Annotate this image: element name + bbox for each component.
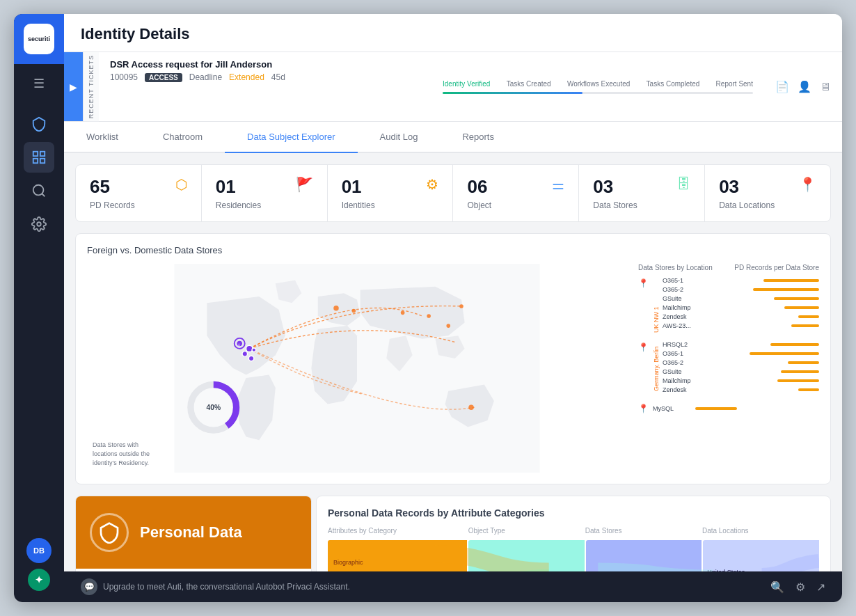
ticket-panel: ▶ RECENT TICKETS DSR Access request for … [64, 52, 842, 122]
stat-data-stores-icon: 🗄 [676, 176, 690, 192]
svg-point-15 [352, 309, 356, 313]
svg-point-17 [427, 314, 431, 318]
svg-rect-2 [33, 159, 38, 163]
bottom-section: Personal Data PD Records by Attribute Ca… [75, 496, 831, 571]
svg-rect-1 [40, 152, 45, 156]
sidebar-nav [24, 109, 54, 538]
stat-data-locations-number: 03 [719, 176, 739, 198]
germany-stores: Germany, Berlin HRSQL2 O365-1 O365-2 GSu… [653, 341, 819, 395]
tab-worklist[interactable]: Worklist [64, 122, 141, 153]
tab-chatroom[interactable]: Chatroom [141, 122, 225, 153]
ds-row: Zendesk [663, 386, 819, 393]
ds-row: Zendesk [663, 313, 819, 320]
svg-point-14 [333, 306, 339, 311]
stat-data-locations-icon: 📍 [799, 176, 816, 193]
stats-bar: 65 ⬡ PD Records 01 🚩 Residencies 01 ⚙ [75, 164, 831, 222]
svg-point-10 [248, 356, 254, 361]
pd-icon [90, 513, 129, 552]
germany-label: Germany, Berlin [653, 341, 660, 391]
svg-rect-3 [40, 159, 45, 163]
ticket-id: 100095 [110, 72, 138, 82]
pin-icon-uknw1: 📍 [638, 278, 649, 288]
screen-icon[interactable]: 🖥 [820, 81, 831, 93]
ticket-type-badge: ACCESS [145, 73, 182, 82]
sidebar-icon-dashboard[interactable] [24, 142, 54, 173]
sidebar-icon-search[interactable] [24, 175, 54, 206]
tab-data-subject-explorer[interactable]: Data Subject Explorer [225, 122, 357, 153]
progress-bar [443, 92, 753, 94]
uknw1-rows: O365-1 O365-2 GSuite Mailchimp Zendesk A… [663, 277, 819, 329]
bottom-action-icons: 🔍 ⚙ ↗ [770, 581, 825, 594]
stat-object-label: Object [467, 200, 564, 210]
documents-block: Documents [468, 540, 585, 571]
stat-data-stores: 03 🗄 Data Stores [579, 165, 705, 221]
svg-point-8 [242, 352, 248, 357]
user-avatar[interactable]: DB [26, 538, 51, 563]
col-header-object: Object Type [468, 527, 585, 535]
ticket-info: DSR Access request for Jill Anderson 100… [99, 52, 431, 121]
world-map: ⌂ [87, 264, 627, 473]
filter-bottom-icon[interactable]: ⚙ [795, 581, 805, 594]
map-content: ⌂ [87, 264, 819, 473]
menu-button[interactable]: ☰ [14, 67, 64, 100]
stat-identities-icon: ⚙ [426, 176, 438, 193]
location-group-germany: 📍 Germany, Berlin HRSQL2 O365-1 O365-2 G… [638, 341, 819, 395]
page-header: Identity Details [64, 14, 842, 52]
ticket-collapse-button[interactable]: ▶ [64, 52, 83, 121]
mysql-label: MySQL [653, 405, 691, 412]
stat-residencies-number: 01 [216, 176, 236, 198]
stat-identities-number: 01 [342, 176, 362, 198]
sidebar-icon-shield[interactable] [24, 109, 54, 139]
ds-row: O365-1 [663, 350, 819, 357]
person-icon[interactable]: 👤 [798, 80, 811, 93]
tab-audit-log[interactable]: Audit Log [358, 122, 441, 153]
ds-row: O365-2 [663, 359, 819, 366]
step-tasks-completed: Tasks Completed [647, 80, 700, 88]
step-identity-verified: Identity Verified [443, 80, 490, 88]
attr-col: Biographic Demographic Financial [328, 540, 467, 571]
svg-point-19 [459, 304, 463, 308]
deadline-label: Deadline [189, 72, 222, 82]
stat-pd-records-label: PD Records [90, 200, 187, 210]
ds-row: O365-1 [663, 277, 819, 284]
ds-row: Mailchimp [663, 304, 819, 311]
pdr-title: Personal Data Records by Attribute Categ… [328, 507, 819, 519]
sankey-chart: Biographic Demographic Financial [328, 540, 819, 571]
document-icon[interactable]: 📄 [775, 80, 789, 93]
stat-object-number: 06 [467, 176, 487, 198]
notifications-icon[interactable]: ✦ [28, 569, 50, 591]
share-bottom-icon[interactable]: ↗ [816, 581, 825, 594]
ticket-action-icons: 📄 👤 🖥 [764, 52, 842, 121]
stat-identities: 01 ⚙ Identities [328, 165, 454, 221]
pd-title: Personal Data [140, 523, 242, 542]
search-bottom-icon[interactable]: 🔍 [770, 581, 784, 594]
svg-rect-0 [33, 152, 38, 156]
chart-headers: Data Stores by Location PD Records per D… [638, 264, 819, 271]
header-ds-location: Data Stores by Location [638, 264, 729, 271]
germany-rows: HRSQL2 O365-1 O365-2 GSuite Mailchimp Ze… [663, 341, 819, 393]
col-header-attributes: Attributes by Category [328, 527, 468, 535]
svg-point-5 [37, 222, 41, 226]
pin-icon-mysql: 📍 [638, 404, 649, 413]
ds-row: AWS-23... [663, 322, 819, 329]
step-report-sent: Report Sent [716, 80, 753, 88]
pdr-chart-section: Personal Data Records by Attribute Categ… [316, 496, 831, 571]
map-title: Foreign vs. Domestic Data Stores [87, 245, 819, 255]
bottom-bar: 💬 Upgrade to meet Auti, the conversation… [64, 571, 842, 602]
main-content: Identity Details ▶ RECENT TICKETS DSR Ac… [64, 14, 842, 602]
tab-bar: Worklist Chatroom Data Subject Explorer … [64, 122, 842, 153]
stat-data-locations: 03 📍 Data Locations [705, 165, 830, 221]
tab-reports[interactable]: Reports [440, 122, 516, 153]
stat-data-stores-label: Data Stores [593, 200, 690, 210]
biographic-block: Biographic [328, 540, 467, 571]
stat-residencies-icon: 🚩 [296, 176, 313, 193]
ds-row: Mailchimp [663, 377, 819, 384]
sidebar: securiti ☰ DB ✦ [14, 14, 64, 602]
uknw1-stores: UK NW 1 O365-1 O365-2 GSuite Mailchimp Z… [653, 277, 819, 333]
recent-tickets-label: RECENT TICKETS [83, 52, 99, 121]
stat-pd-records-number: 65 [90, 176, 110, 198]
personal-data-column: Personal Data PD Records by Attribute Ca… [75, 496, 305, 571]
ds-row: O365-2 [663, 286, 819, 293]
sidebar-icon-settings[interactable] [24, 209, 54, 239]
svg-text:⌂: ⌂ [237, 342, 240, 347]
